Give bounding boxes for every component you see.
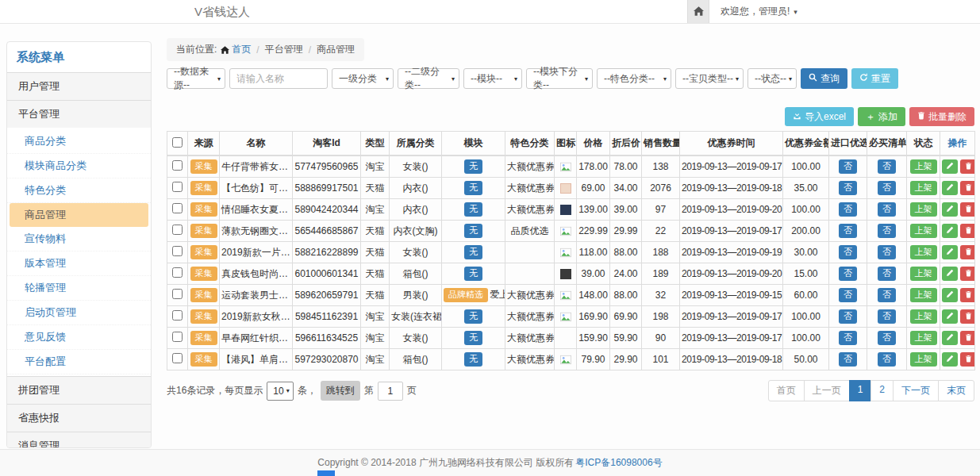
status-badge[interactable]: 上架 (910, 309, 937, 323)
sidebar-item[interactable]: 宣传物料 (7, 227, 151, 251)
page-button[interactable]: 末页 (938, 380, 974, 401)
delete-button[interactable] (960, 202, 974, 217)
imported-badge[interactable]: 否 (839, 352, 857, 366)
page-button[interactable]: 首页 (768, 380, 805, 401)
edit-button[interactable] (942, 352, 958, 367)
must-buy-badge[interactable]: 否 (878, 202, 896, 216)
imported-badge[interactable]: 否 (839, 288, 857, 301)
must-buy-badge[interactable]: 否 (878, 267, 896, 280)
jump-button[interactable]: 跳转到 (321, 381, 360, 401)
sidebar-group[interactable]: 拼团管理 (7, 376, 151, 404)
must-buy-badge[interactable]: 否 (878, 245, 896, 259)
sidebar-item[interactable]: 商品管理 (10, 203, 148, 227)
home-button[interactable] (687, 0, 709, 23)
row-checkbox[interactable] (172, 160, 183, 171)
imported-badge[interactable]: 否 (839, 181, 857, 194)
batch-delete-button[interactable]: 批量删除 (909, 107, 974, 126)
row-checkbox[interactable] (172, 332, 183, 342)
must-buy-badge[interactable]: 否 (878, 224, 896, 237)
per-page-select[interactable]: 10 ▾ (267, 382, 293, 401)
sidebar-item[interactable]: 商品分类 (7, 129, 151, 154)
delete-button[interactable] (960, 224, 974, 238)
row-checkbox[interactable] (172, 203, 183, 213)
sidebar-item[interactable]: 模块商品分类 (7, 154, 151, 178)
status-badge[interactable]: 上架 (910, 159, 937, 173)
imported-badge[interactable]: 否 (839, 267, 857, 280)
sidebar-item[interactable]: 版本管理 (7, 251, 151, 276)
filter-select[interactable]: 一级分类▾ (332, 68, 394, 89)
edit-button[interactable] (942, 202, 958, 217)
must-buy-badge[interactable]: 否 (878, 159, 896, 173)
imported-badge[interactable]: 否 (839, 245, 857, 259)
status-badge[interactable]: 上架 (910, 331, 937, 344)
imported-badge[interactable]: 否 (839, 159, 857, 173)
user-menu[interactable]: 欢迎您，管理员! ▾ (721, 5, 797, 18)
sidebar-item[interactable]: 启动页管理 (7, 301, 151, 325)
breadcrumb-home-link[interactable]: 首页 (221, 43, 251, 56)
delete-button[interactable] (960, 331, 974, 345)
sidebar-group[interactable]: 平台管理 (7, 100, 151, 128)
row-checkbox[interactable] (172, 310, 183, 321)
row-checkbox[interactable] (172, 182, 183, 192)
page-button[interactable]: 上一页 (804, 380, 850, 401)
edit-button[interactable] (942, 159, 958, 174)
status-badge[interactable]: 上架 (910, 267, 937, 280)
edit-button[interactable] (942, 224, 958, 238)
select-all-checkbox[interactable] (172, 137, 183, 148)
sidebar-group[interactable]: 消息管理 (7, 432, 151, 448)
filter-select[interactable]: --模块--▾ (463, 68, 522, 89)
imported-badge[interactable]: 否 (839, 224, 857, 237)
sidebar-item[interactable]: 特色分类 (7, 178, 151, 203)
must-buy-badge[interactable]: 否 (878, 309, 896, 323)
delete-button[interactable] (960, 288, 974, 302)
must-buy-badge[interactable]: 否 (878, 288, 896, 301)
name-search-input[interactable] (229, 68, 328, 89)
row-checkbox[interactable] (172, 353, 183, 363)
delete-button[interactable] (960, 181, 974, 195)
filter-select[interactable]: --宝贝类型--▾ (675, 68, 744, 89)
sidebar-item[interactable]: 平台配置 (7, 350, 151, 374)
delete-button[interactable] (960, 159, 974, 174)
must-buy-badge[interactable]: 否 (878, 352, 896, 366)
icp-link[interactable]: 粤ICP备16098006号 (575, 456, 662, 470)
imported-badge[interactable]: 否 (839, 331, 857, 344)
sidebar-item[interactable]: 意见反馈 (7, 325, 151, 350)
row-checkbox[interactable] (172, 267, 183, 278)
row-checkbox[interactable] (172, 246, 183, 256)
edit-button[interactable] (942, 267, 958, 281)
delete-button[interactable] (960, 352, 974, 367)
search-button[interactable]: 查询 (801, 68, 847, 89)
jump-page-input[interactable] (378, 382, 403, 401)
status-badge[interactable]: 上架 (910, 202, 937, 216)
filter-select[interactable]: --模块下分类--▾ (526, 68, 593, 89)
edit-button[interactable] (942, 309, 958, 324)
status-badge[interactable]: 上架 (910, 245, 937, 259)
page-button[interactable]: 2 (870, 380, 894, 401)
edit-button[interactable] (942, 331, 958, 345)
add-button[interactable]: ＋ 添加 (858, 107, 905, 126)
page-button[interactable]: 下一页 (893, 380, 939, 401)
must-buy-badge[interactable]: 否 (878, 331, 896, 344)
status-badge[interactable]: 上架 (910, 288, 937, 301)
filter-select[interactable]: --状态--▾ (747, 68, 797, 89)
status-badge[interactable]: 上架 (910, 224, 937, 237)
row-checkbox[interactable] (172, 289, 183, 299)
reset-button[interactable]: 重置 (851, 68, 898, 89)
sidebar-group[interactable]: 用户管理 (7, 72, 151, 100)
edit-button[interactable] (942, 288, 958, 302)
delete-button[interactable] (960, 309, 974, 324)
filter-select[interactable]: --特色分类--▾ (597, 68, 671, 89)
imported-badge[interactable]: 否 (839, 202, 857, 216)
delete-button[interactable] (960, 267, 974, 281)
status-badge[interactable]: 上架 (910, 181, 937, 194)
filter-select[interactable]: --数据来源--▾ (167, 68, 225, 89)
page-button[interactable]: 1 (849, 380, 872, 401)
edit-button[interactable] (942, 245, 958, 259)
imported-badge[interactable]: 否 (839, 309, 857, 323)
sidebar-group[interactable]: 省惠快报 (7, 404, 151, 432)
import-excel-button[interactable]: 导入excel (785, 107, 854, 126)
filter-select[interactable]: --二级分类--▾ (398, 68, 459, 89)
sidebar-item[interactable]: 轮播管理 (7, 276, 151, 301)
must-buy-badge[interactable]: 否 (878, 181, 896, 194)
row-checkbox[interactable] (172, 225, 183, 235)
